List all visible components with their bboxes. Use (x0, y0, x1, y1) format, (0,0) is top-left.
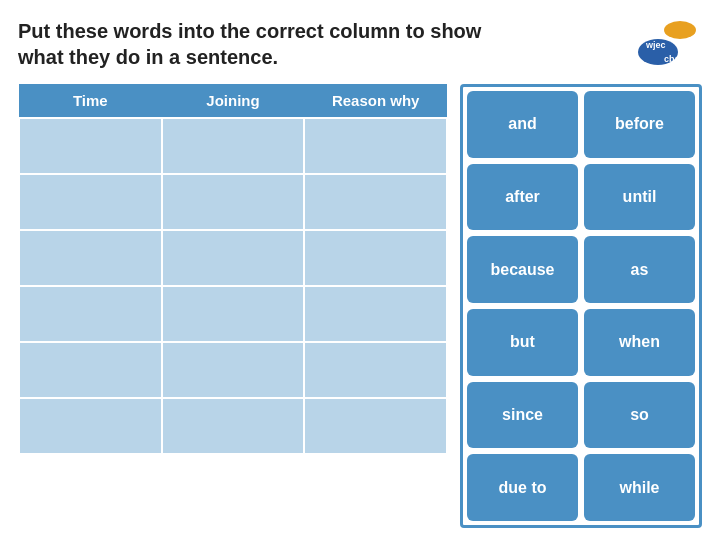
col-header-joining: Joining (162, 84, 305, 118)
table-cell[interactable] (19, 342, 162, 398)
table-cell[interactable] (19, 286, 162, 342)
word-button[interactable]: since (467, 382, 578, 449)
word-button[interactable]: because (467, 236, 578, 303)
page-title: Put these words into the correct column … (18, 18, 481, 70)
word-button[interactable]: due to (467, 454, 578, 521)
word-button[interactable]: after (467, 164, 578, 231)
word-button[interactable]: but (467, 309, 578, 376)
svg-text:wjec: wjec (645, 40, 666, 50)
table-cell[interactable] (304, 342, 447, 398)
title-line1: Put these words into the correct column … (18, 20, 481, 42)
svg-text:cbac: cbac (664, 54, 685, 64)
col-header-time: Time (19, 84, 162, 118)
word-button[interactable]: until (584, 164, 695, 231)
table-cell[interactable] (162, 174, 305, 230)
word-bank: andbeforeafteruntilbecauseasbutwhensince… (460, 84, 702, 528)
table-cell[interactable] (304, 398, 447, 454)
table-cell[interactable] (19, 230, 162, 286)
header: Put these words into the correct column … (18, 18, 702, 70)
col-header-reason: Reason why (304, 84, 447, 118)
word-button[interactable]: before (584, 91, 695, 158)
svg-point-0 (664, 21, 696, 39)
wjec-logo: wjec cbac (632, 18, 702, 68)
category-table: Time Joining Reason why (18, 84, 448, 455)
table-cell[interactable] (304, 286, 447, 342)
table-cell[interactable] (304, 174, 447, 230)
table-cell[interactable] (19, 118, 162, 174)
logo-svg: wjec cbac (636, 20, 698, 66)
title-line2: what they do in a sentence. (18, 46, 278, 68)
table-cell[interactable] (162, 398, 305, 454)
table-cell[interactable] (19, 398, 162, 454)
word-button[interactable]: so (584, 382, 695, 449)
table-cell[interactable] (19, 174, 162, 230)
word-button[interactable]: and (467, 91, 578, 158)
word-button[interactable]: while (584, 454, 695, 521)
main-area: Time Joining Reason why andbeforeafterun… (18, 84, 702, 528)
table-cell[interactable] (304, 118, 447, 174)
table-cell[interactable] (162, 342, 305, 398)
table-section: Time Joining Reason why (18, 84, 448, 528)
table-cell[interactable] (162, 286, 305, 342)
word-button[interactable]: when (584, 309, 695, 376)
table-cell[interactable] (162, 118, 305, 174)
table-cell[interactable] (162, 230, 305, 286)
main-container: Put these words into the correct column … (0, 0, 720, 540)
table-cell[interactable] (304, 230, 447, 286)
word-button[interactable]: as (584, 236, 695, 303)
